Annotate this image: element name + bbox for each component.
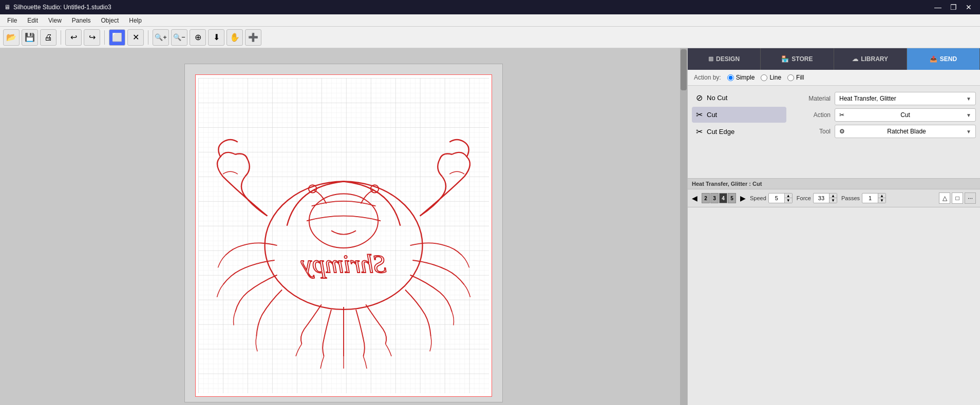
pass-box-5[interactable]: 5: [728, 193, 736, 203]
speed-input[interactable]: [769, 194, 784, 202]
shape-icons: △ □ ···: [939, 192, 976, 204]
pass-prev-button[interactable]: ◀: [692, 194, 698, 202]
cut-type-list: ⊘ No Cut ✂ Cut ✂ Cut Edge: [688, 86, 790, 178]
panel-content: Action by: Simple Line Fill: [688, 70, 980, 405]
radio-fill[interactable]: Fill: [787, 74, 804, 81]
cut-icon: ✂: [696, 110, 703, 120]
menu-panels[interactable]: Panels: [67, 16, 96, 25]
main-layout: ▲: [0, 48, 980, 405]
material-dropdown[interactable]: Heat Transfer, Glitter ▼: [835, 92, 976, 105]
pass-box-2[interactable]: 2: [702, 193, 710, 203]
menu-edit[interactable]: Edit: [22, 16, 43, 25]
passes-input[interactable]: [862, 194, 878, 202]
passes-up[interactable]: ▲: [878, 194, 885, 198]
tab-design[interactable]: ⊞ DESIGN: [688, 48, 761, 70]
cut-edge-icon: ✂: [696, 127, 703, 137]
close-button[interactable]: ✕: [962, 2, 976, 12]
square-shape-button[interactable]: □: [952, 192, 963, 204]
speed-label: Speed: [750, 195, 766, 201]
canvas-scrollbar[interactable]: [680, 48, 687, 405]
profile-label-bar: Heat Transfer, Glitter : Cut: [688, 178, 980, 189]
radio-simple[interactable]: Simple: [727, 74, 755, 81]
app-icon: 🖥: [4, 4, 10, 11]
passes-down[interactable]: ▼: [878, 198, 885, 203]
send-icon: 📤: [930, 55, 937, 63]
canvas-area: ▲: [0, 48, 687, 405]
material-row: Material Heat Transfer, Glitter ▼: [795, 92, 976, 105]
save-button[interactable]: 💾: [22, 29, 38, 46]
force-spinners: ▲ ▼: [829, 194, 837, 203]
speed-value-box: ▲ ▼: [768, 193, 793, 203]
cut-type-cut[interactable]: ✂ Cut: [692, 107, 786, 123]
tool-dropdown[interactable]: ⚙ Ratchet Blade ▼: [835, 125, 976, 138]
cut-area: Shrimpy: [195, 74, 492, 397]
pass-box-3[interactable]: 3: [710, 193, 719, 203]
pass-indicator: 2 3 4 5: [702, 193, 736, 203]
minimize-button[interactable]: —: [931, 2, 945, 12]
pass-next-button[interactable]: ▶: [740, 194, 746, 202]
select-button[interactable]: ⬜: [109, 29, 125, 46]
force-up[interactable]: ▲: [830, 194, 837, 198]
menu-bar: File Edit View Panels Object Help: [0, 14, 980, 27]
cut-type-cut-edge[interactable]: ✂ Cut Edge: [692, 124, 786, 140]
action-dropdown[interactable]: ✂ Cut ▼: [835, 108, 976, 122]
settings-section: ⊘ No Cut ✂ Cut ✂ Cut Edge: [688, 86, 980, 178]
crab-drawing: Shrimpy: [198, 78, 489, 394]
title-bar: 🖥 Silhouette Studio: Untitled-1.studio3 …: [0, 0, 980, 14]
scrollbar-thumb[interactable]: [681, 49, 687, 90]
tool-row: Tool ⚙ Ratchet Blade ▼: [795, 125, 976, 138]
undo-button[interactable]: ↩: [65, 29, 82, 46]
svg-text:Shrimpy: Shrimpy: [300, 250, 386, 278]
material-label: Material: [795, 95, 831, 102]
menu-object[interactable]: Object: [96, 16, 124, 25]
zoom-fit-button[interactable]: ⊕: [190, 29, 206, 46]
toolbar-separator-1: [61, 30, 61, 45]
material-settings: Material Heat Transfer, Glitter ▼ Action…: [790, 86, 980, 178]
tab-send[interactable]: 📤 SEND: [907, 48, 980, 70]
move-down-button[interactable]: ⬇: [208, 29, 224, 46]
tab-library[interactable]: ☁ LIBRARY: [834, 48, 907, 70]
speed-down[interactable]: ▼: [785, 198, 792, 203]
material-dropdown-arrow: ▼: [966, 96, 971, 102]
params-row: ◀ 2 3 4 5 ▶ Speed ▲: [688, 189, 980, 207]
hand-button[interactable]: ✋: [227, 29, 243, 46]
print-button[interactable]: 🖨: [40, 29, 56, 46]
open-button[interactable]: 📂: [3, 29, 20, 46]
more-options-button[interactable]: ···: [965, 192, 976, 204]
zoom-out-button[interactable]: 🔍−: [171, 29, 187, 46]
force-value-box: ▲ ▼: [813, 193, 837, 203]
speed-up[interactable]: ▲: [785, 194, 792, 198]
cut-type-no-cut[interactable]: ⊘ No Cut: [692, 90, 786, 106]
triangle-shape-button[interactable]: △: [939, 192, 950, 204]
passes-label: Passes: [841, 195, 860, 201]
speed-spinners: ▲ ▼: [784, 194, 792, 203]
action-by-row: Action by: Simple Line Fill: [688, 70, 980, 86]
redo-button[interactable]: ↪: [84, 29, 100, 46]
radio-line[interactable]: Line: [761, 74, 781, 81]
cut-action-icon: ✂: [839, 111, 844, 119]
tool-label: Tool: [795, 128, 831, 135]
store-icon: 🏪: [781, 55, 789, 63]
force-input[interactable]: [814, 194, 829, 202]
toolbar-separator-2: [104, 30, 105, 45]
action-radio-group: Simple Line Fill: [727, 74, 804, 81]
menu-help[interactable]: Help: [124, 16, 147, 25]
window-title: Silhouette Studio: Untitled-1.studio3: [13, 4, 111, 11]
force-group: Force ▲ ▼: [797, 193, 837, 203]
passes-value-box: ▲ ▼: [862, 193, 886, 203]
menu-file[interactable]: File: [2, 16, 22, 25]
pass-box-4[interactable]: 4: [719, 193, 727, 203]
maximize-button[interactable]: ❐: [946, 2, 960, 12]
mat-container: Shrimpy: [184, 64, 503, 402]
tab-store[interactable]: 🏪 STORE: [761, 48, 834, 70]
toolbar-separator-3: [148, 30, 148, 45]
delete-button[interactable]: ✕: [127, 29, 144, 46]
passes-spinners: ▲ ▼: [878, 194, 885, 203]
tool-dropdown-arrow: ▼: [966, 129, 971, 134]
menu-view[interactable]: View: [43, 16, 67, 25]
zoom-in-button[interactable]: 🔍+: [153, 29, 169, 46]
add-button[interactable]: ➕: [245, 29, 261, 46]
force-down[interactable]: ▼: [830, 198, 837, 203]
no-cut-icon: ⊘: [696, 93, 703, 103]
action-by-label: Action by:: [694, 74, 721, 81]
